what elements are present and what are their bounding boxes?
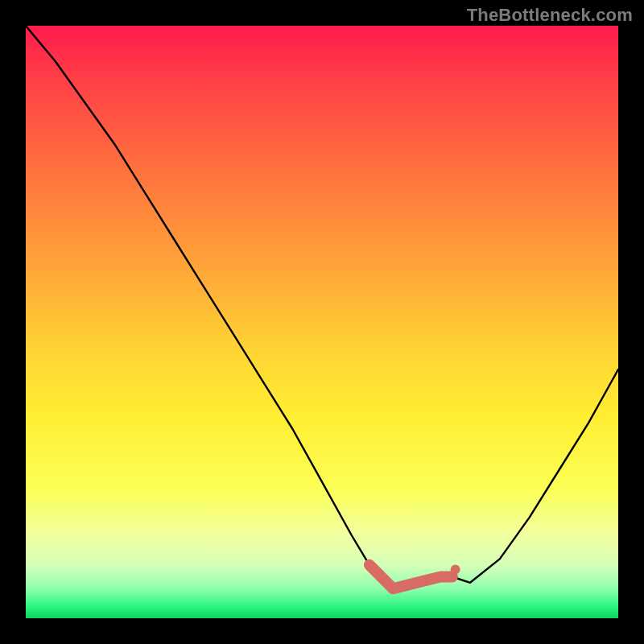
highlight-band-line bbox=[369, 565, 452, 588]
watermark-text: TheBottleneck.com bbox=[467, 5, 633, 26]
curve-line bbox=[26, 26, 618, 588]
chart-frame: TheBottleneck.com bbox=[0, 0, 644, 644]
curve-layer bbox=[26, 26, 618, 618]
highlight-band bbox=[369, 565, 460, 589]
bottleneck-curve bbox=[26, 26, 618, 588]
plot-area bbox=[26, 26, 618, 618]
highlight-end-dot bbox=[451, 565, 460, 575]
